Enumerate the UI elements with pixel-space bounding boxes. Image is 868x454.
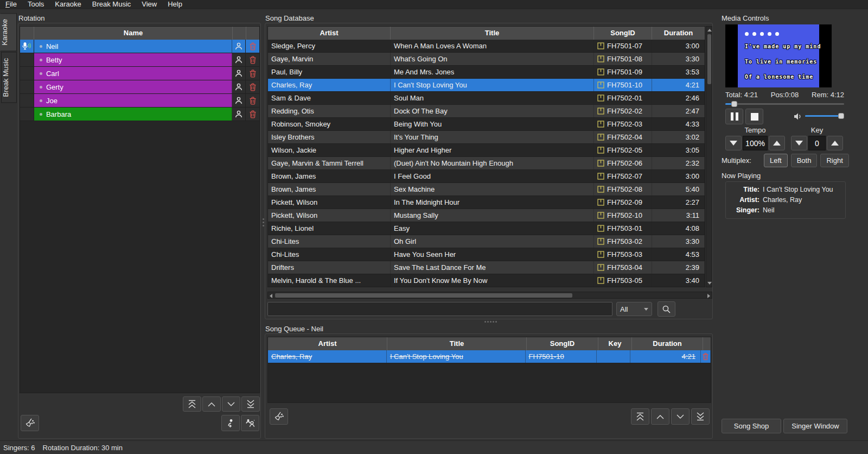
- delete-singer-button[interactable]: [246, 53, 259, 66]
- db-song-row[interactable]: Redding, OtisDock Of The BayFH7502-022:4…: [268, 105, 705, 118]
- singer-name-cell[interactable]: Carl: [34, 67, 232, 80]
- move-song-down-button[interactable]: [671, 408, 690, 425]
- delete-singer-button[interactable]: [246, 67, 259, 80]
- db-song-row[interactable]: Charles, RayI Can't Stop Loving YouFH750…: [268, 79, 705, 92]
- rotation-singer-row[interactable]: Joe: [20, 94, 259, 108]
- db-song-row[interactable]: Chi-LitesHave You Seen HerFH7503-034:53: [268, 248, 705, 261]
- tab-break-music[interactable]: Break Music: [1, 52, 17, 103]
- rename-singer-button[interactable]: [232, 67, 246, 80]
- delete-singer-button[interactable]: [246, 94, 259, 107]
- db-song-row[interactable]: Chi-LitesOh GirlFH7503-023:30: [268, 235, 705, 248]
- multiplex-left-button[interactable]: Left: [764, 154, 788, 167]
- singer-name-cell[interactable]: Barbara: [34, 108, 232, 121]
- song-search-input[interactable]: [267, 302, 612, 316]
- key-up-button[interactable]: [827, 136, 843, 150]
- tempo-up-button[interactable]: [769, 136, 785, 150]
- queue-col-key[interactable]: Key: [598, 337, 632, 350]
- rename-singer-button[interactable]: [232, 94, 246, 107]
- singer-name-cell[interactable]: Joe: [34, 94, 232, 107]
- queue-song-row[interactable]: Charles, RayI Can't Stop Loving YouFH750…: [268, 350, 711, 363]
- song-shop-button[interactable]: Song Shop: [722, 419, 781, 433]
- rotation-singer-row[interactable]: Betty: [20, 53, 259, 67]
- db-col-songid[interactable]: SongID: [594, 27, 652, 40]
- delete-singer-button[interactable]: [246, 108, 259, 121]
- menu-tools[interactable]: Tools: [22, 0, 49, 9]
- db-song-row[interactable]: Wilson, JackieHigher And HigherFH7502-05…: [268, 144, 705, 157]
- song-database-hscrollbar[interactable]: [267, 292, 712, 299]
- rotation-singer-row[interactable]: Gerty: [20, 80, 259, 94]
- delete-singer-button[interactable]: [246, 80, 259, 93]
- queue-col-duration[interactable]: Duration: [632, 337, 703, 350]
- tempo-down-button[interactable]: [725, 136, 742, 150]
- rename-singer-button[interactable]: [232, 40, 246, 53]
- multiplex-both-button[interactable]: Both: [791, 154, 818, 167]
- move-singer-up-button[interactable]: [202, 396, 221, 412]
- menu-view[interactable]: View: [136, 0, 162, 9]
- db-queue-splitter[interactable]: [484, 321, 497, 323]
- singer-name-cell[interactable]: Betty: [34, 53, 232, 66]
- db-col-duration[interactable]: Duration: [652, 27, 705, 40]
- move-song-bottom-button[interactable]: [691, 408, 710, 425]
- rotation-singer-row[interactable]: Neil: [20, 40, 259, 53]
- rotation-col-name[interactable]: Name: [34, 27, 233, 40]
- cell-songid: FH7502-05: [594, 144, 652, 156]
- menu-karaoke[interactable]: Karaoke: [49, 0, 86, 9]
- db-song-row[interactable]: Isley BrothersIt's Your ThingFH7502-043:…: [268, 131, 705, 144]
- move-song-up-button[interactable]: [651, 408, 669, 425]
- key-down-button[interactable]: [791, 136, 807, 150]
- clear-rotation-button[interactable]: [21, 415, 39, 431]
- queue-col-title[interactable]: Title: [387, 337, 527, 350]
- db-song-row[interactable]: Pickett, WilsonIn The Midnight HourFH750…: [268, 196, 705, 209]
- panel-splitter[interactable]: [263, 218, 264, 226]
- db-song-row[interactable]: Melvin, Harold & The Blue ...If You Don'…: [268, 274, 705, 287]
- queue-delete-button[interactable]: [701, 350, 711, 363]
- singer-window-button[interactable]: Singer Window: [783, 419, 847, 433]
- singers-history-button[interactable]: [241, 415, 259, 431]
- multiplex-right-button[interactable]: Right: [820, 154, 848, 167]
- stop-button[interactable]: [745, 109, 763, 124]
- db-song-row[interactable]: DriftersSave The Last Dance For MeFH7503…: [268, 261, 705, 274]
- move-singer-bottom-button[interactable]: [241, 396, 260, 412]
- search-button[interactable]: [658, 301, 675, 317]
- db-song-row[interactable]: Paul, BillyMe And Mrs. JonesFH7501-093:5…: [268, 66, 705, 79]
- tab-karaoke[interactable]: Karaoke: [0, 13, 17, 51]
- cdg-file-icon: [597, 251, 604, 258]
- volume-slider[interactable]: [805, 112, 844, 119]
- rotation-col-delete[interactable]: [246, 27, 259, 40]
- clear-queue-button[interactable]: [270, 408, 288, 425]
- menu-help[interactable]: Help: [162, 0, 188, 9]
- song-database-vscrollbar[interactable]: [706, 26, 712, 287]
- singer-name-cell[interactable]: Gerty: [34, 80, 232, 93]
- rename-singer-button[interactable]: [232, 80, 246, 93]
- pause-button[interactable]: [725, 109, 743, 124]
- rotation-col-wait[interactable]: [20, 27, 34, 40]
- rename-singer-button[interactable]: [232, 53, 246, 66]
- db-song-row[interactable]: Sledge, PercyWhen A Man Loves A WomanFH7…: [268, 40, 705, 53]
- move-song-top-button[interactable]: [631, 408, 649, 425]
- search-filter-combo[interactable]: All: [616, 302, 652, 316]
- singer-name-cell[interactable]: Neil: [34, 40, 232, 53]
- move-singer-down-button[interactable]: [222, 396, 240, 412]
- db-song-row[interactable]: Brown, JamesSex MachineFH7502-085:40: [268, 183, 705, 196]
- move-singer-top-button[interactable]: [183, 396, 201, 412]
- position-slider[interactable]: [725, 100, 844, 107]
- db-song-row[interactable]: Gaye, MarvinWhat's Going OnFH7501-083:30: [268, 53, 705, 66]
- db-song-row[interactable]: Brown, JamesI Feel GoodFH7502-073:00: [268, 170, 705, 183]
- menu-file[interactable]: File: [0, 0, 22, 9]
- menu-break-music[interactable]: Break Music: [87, 0, 137, 9]
- db-col-artist[interactable]: Artist: [268, 27, 391, 40]
- db-song-row[interactable]: Pickett, WilsonMustang SallyFH7502-103:1…: [268, 209, 705, 222]
- db-song-row[interactable]: Sam & DaveSoul ManFH7502-012:46: [268, 92, 705, 105]
- queue-col-artist[interactable]: Artist: [268, 337, 387, 350]
- add-singer-button[interactable]: [221, 415, 240, 431]
- queue-col-songid[interactable]: SongID: [527, 337, 598, 350]
- db-song-row[interactable]: Robinson, SmokeyBeing With YouFH7502-034…: [268, 118, 705, 131]
- rename-singer-button[interactable]: [232, 108, 246, 121]
- rotation-col-rename[interactable]: [233, 27, 246, 40]
- db-song-row[interactable]: Gaye, Marvin & Tammi Terrell(Duet) Ain't…: [268, 157, 705, 170]
- rotation-singer-row[interactable]: Carl: [20, 67, 259, 80]
- db-col-title[interactable]: Title: [391, 27, 594, 40]
- delete-singer-button[interactable]: [246, 40, 259, 53]
- rotation-singer-row[interactable]: Barbara: [20, 108, 259, 121]
- db-song-row[interactable]: Richie, LionelEasyFH7503-014:08: [268, 222, 705, 235]
